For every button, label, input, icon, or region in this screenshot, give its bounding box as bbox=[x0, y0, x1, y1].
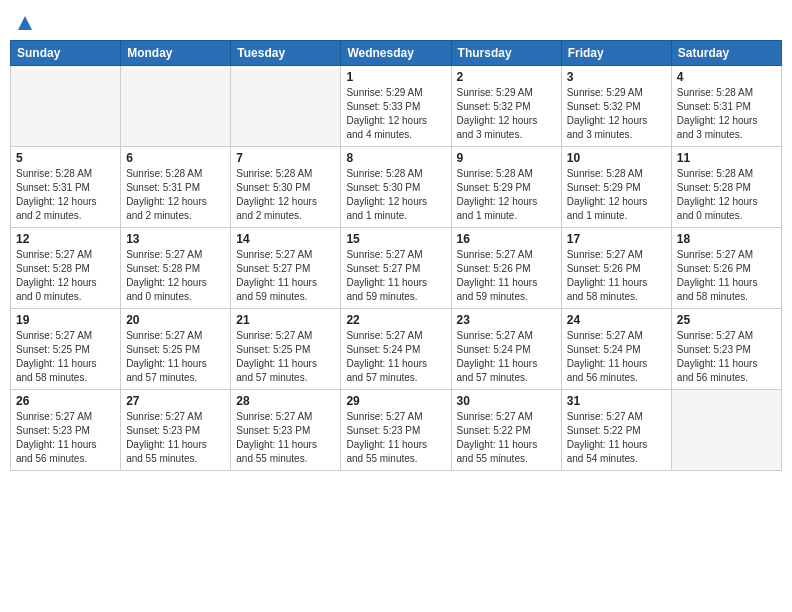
calendar-day-cell: 31Sunrise: 5:27 AM Sunset: 5:22 PM Dayli… bbox=[561, 390, 671, 471]
day-info: Sunrise: 5:27 AM Sunset: 5:23 PM Dayligh… bbox=[126, 410, 225, 466]
calendar-day-cell: 29Sunrise: 5:27 AM Sunset: 5:23 PM Dayli… bbox=[341, 390, 451, 471]
day-info: Sunrise: 5:27 AM Sunset: 5:22 PM Dayligh… bbox=[457, 410, 556, 466]
calendar-header-wednesday: Wednesday bbox=[341, 41, 451, 66]
calendar-day-cell: 15Sunrise: 5:27 AM Sunset: 5:27 PM Dayli… bbox=[341, 228, 451, 309]
calendar-header-saturday: Saturday bbox=[671, 41, 781, 66]
day-number: 30 bbox=[457, 394, 556, 408]
day-number: 9 bbox=[457, 151, 556, 165]
day-number: 6 bbox=[126, 151, 225, 165]
day-number: 14 bbox=[236, 232, 335, 246]
calendar-day-cell: 12Sunrise: 5:27 AM Sunset: 5:28 PM Dayli… bbox=[11, 228, 121, 309]
day-info: Sunrise: 5:28 AM Sunset: 5:29 PM Dayligh… bbox=[457, 167, 556, 223]
day-number: 12 bbox=[16, 232, 115, 246]
day-info: Sunrise: 5:28 AM Sunset: 5:30 PM Dayligh… bbox=[236, 167, 335, 223]
day-number: 18 bbox=[677, 232, 776, 246]
day-info: Sunrise: 5:27 AM Sunset: 5:24 PM Dayligh… bbox=[346, 329, 445, 385]
day-number: 10 bbox=[567, 151, 666, 165]
calendar-day-cell bbox=[11, 66, 121, 147]
day-info: Sunrise: 5:27 AM Sunset: 5:27 PM Dayligh… bbox=[236, 248, 335, 304]
svg-marker-0 bbox=[18, 16, 32, 30]
day-info: Sunrise: 5:27 AM Sunset: 5:26 PM Dayligh… bbox=[567, 248, 666, 304]
day-info: Sunrise: 5:29 AM Sunset: 5:33 PM Dayligh… bbox=[346, 86, 445, 142]
calendar-day-cell: 26Sunrise: 5:27 AM Sunset: 5:23 PM Dayli… bbox=[11, 390, 121, 471]
day-info: Sunrise: 5:28 AM Sunset: 5:28 PM Dayligh… bbox=[677, 167, 776, 223]
day-info: Sunrise: 5:28 AM Sunset: 5:31 PM Dayligh… bbox=[126, 167, 225, 223]
day-number: 3 bbox=[567, 70, 666, 84]
calendar-day-cell: 2Sunrise: 5:29 AM Sunset: 5:32 PM Daylig… bbox=[451, 66, 561, 147]
calendar-day-cell: 13Sunrise: 5:27 AM Sunset: 5:28 PM Dayli… bbox=[121, 228, 231, 309]
calendar-day-cell: 8Sunrise: 5:28 AM Sunset: 5:30 PM Daylig… bbox=[341, 147, 451, 228]
calendar-day-cell: 5Sunrise: 5:28 AM Sunset: 5:31 PM Daylig… bbox=[11, 147, 121, 228]
calendar-day-cell: 17Sunrise: 5:27 AM Sunset: 5:26 PM Dayli… bbox=[561, 228, 671, 309]
calendar-header-row: SundayMondayTuesdayWednesdayThursdayFrid… bbox=[11, 41, 782, 66]
day-info: Sunrise: 5:27 AM Sunset: 5:28 PM Dayligh… bbox=[16, 248, 115, 304]
day-number: 31 bbox=[567, 394, 666, 408]
calendar-day-cell: 9Sunrise: 5:28 AM Sunset: 5:29 PM Daylig… bbox=[451, 147, 561, 228]
calendar-header-sunday: Sunday bbox=[11, 41, 121, 66]
day-number: 11 bbox=[677, 151, 776, 165]
calendar-day-cell: 24Sunrise: 5:27 AM Sunset: 5:24 PM Dayli… bbox=[561, 309, 671, 390]
day-number: 21 bbox=[236, 313, 335, 327]
calendar-week-row: 26Sunrise: 5:27 AM Sunset: 5:23 PM Dayli… bbox=[11, 390, 782, 471]
day-number: 20 bbox=[126, 313, 225, 327]
day-number: 8 bbox=[346, 151, 445, 165]
calendar-week-row: 1Sunrise: 5:29 AM Sunset: 5:33 PM Daylig… bbox=[11, 66, 782, 147]
day-info: Sunrise: 5:29 AM Sunset: 5:32 PM Dayligh… bbox=[567, 86, 666, 142]
calendar-day-cell: 30Sunrise: 5:27 AM Sunset: 5:22 PM Dayli… bbox=[451, 390, 561, 471]
calendar-day-cell: 18Sunrise: 5:27 AM Sunset: 5:26 PM Dayli… bbox=[671, 228, 781, 309]
day-number: 26 bbox=[16, 394, 115, 408]
calendar-day-cell bbox=[121, 66, 231, 147]
day-number: 16 bbox=[457, 232, 556, 246]
day-number: 23 bbox=[457, 313, 556, 327]
calendar-day-cell bbox=[231, 66, 341, 147]
day-info: Sunrise: 5:27 AM Sunset: 5:23 PM Dayligh… bbox=[346, 410, 445, 466]
calendar-week-row: 12Sunrise: 5:27 AM Sunset: 5:28 PM Dayli… bbox=[11, 228, 782, 309]
calendar-day-cell: 10Sunrise: 5:28 AM Sunset: 5:29 PM Dayli… bbox=[561, 147, 671, 228]
day-info: Sunrise: 5:27 AM Sunset: 5:24 PM Dayligh… bbox=[567, 329, 666, 385]
day-number: 5 bbox=[16, 151, 115, 165]
day-number: 17 bbox=[567, 232, 666, 246]
calendar-day-cell bbox=[671, 390, 781, 471]
calendar-week-row: 19Sunrise: 5:27 AM Sunset: 5:25 PM Dayli… bbox=[11, 309, 782, 390]
day-number: 19 bbox=[16, 313, 115, 327]
day-info: Sunrise: 5:27 AM Sunset: 5:27 PM Dayligh… bbox=[346, 248, 445, 304]
calendar-day-cell: 4Sunrise: 5:28 AM Sunset: 5:31 PM Daylig… bbox=[671, 66, 781, 147]
calendar-day-cell: 20Sunrise: 5:27 AM Sunset: 5:25 PM Dayli… bbox=[121, 309, 231, 390]
day-number: 4 bbox=[677, 70, 776, 84]
calendar-header-thursday: Thursday bbox=[451, 41, 561, 66]
calendar-table: SundayMondayTuesdayWednesdayThursdayFrid… bbox=[10, 40, 782, 471]
day-info: Sunrise: 5:27 AM Sunset: 5:25 PM Dayligh… bbox=[16, 329, 115, 385]
day-number: 2 bbox=[457, 70, 556, 84]
day-info: Sunrise: 5:27 AM Sunset: 5:25 PM Dayligh… bbox=[236, 329, 335, 385]
calendar-day-cell: 27Sunrise: 5:27 AM Sunset: 5:23 PM Dayli… bbox=[121, 390, 231, 471]
day-info: Sunrise: 5:28 AM Sunset: 5:31 PM Dayligh… bbox=[677, 86, 776, 142]
logo bbox=[14, 14, 38, 32]
day-number: 24 bbox=[567, 313, 666, 327]
calendar-header-monday: Monday bbox=[121, 41, 231, 66]
day-info: Sunrise: 5:27 AM Sunset: 5:23 PM Dayligh… bbox=[677, 329, 776, 385]
day-number: 7 bbox=[236, 151, 335, 165]
calendar-day-cell: 21Sunrise: 5:27 AM Sunset: 5:25 PM Dayli… bbox=[231, 309, 341, 390]
calendar-day-cell: 3Sunrise: 5:29 AM Sunset: 5:32 PM Daylig… bbox=[561, 66, 671, 147]
day-number: 15 bbox=[346, 232, 445, 246]
day-info: Sunrise: 5:27 AM Sunset: 5:26 PM Dayligh… bbox=[677, 248, 776, 304]
day-info: Sunrise: 5:28 AM Sunset: 5:31 PM Dayligh… bbox=[16, 167, 115, 223]
calendar-week-row: 5Sunrise: 5:28 AM Sunset: 5:31 PM Daylig… bbox=[11, 147, 782, 228]
calendar-day-cell: 25Sunrise: 5:27 AM Sunset: 5:23 PM Dayli… bbox=[671, 309, 781, 390]
day-info: Sunrise: 5:27 AM Sunset: 5:23 PM Dayligh… bbox=[236, 410, 335, 466]
day-number: 27 bbox=[126, 394, 225, 408]
day-info: Sunrise: 5:28 AM Sunset: 5:29 PM Dayligh… bbox=[567, 167, 666, 223]
logo-icon bbox=[16, 14, 34, 32]
calendar-header-tuesday: Tuesday bbox=[231, 41, 341, 66]
calendar-day-cell: 19Sunrise: 5:27 AM Sunset: 5:25 PM Dayli… bbox=[11, 309, 121, 390]
day-info: Sunrise: 5:27 AM Sunset: 5:22 PM Dayligh… bbox=[567, 410, 666, 466]
day-info: Sunrise: 5:27 AM Sunset: 5:25 PM Dayligh… bbox=[126, 329, 225, 385]
header bbox=[10, 10, 782, 32]
day-number: 25 bbox=[677, 313, 776, 327]
day-info: Sunrise: 5:27 AM Sunset: 5:28 PM Dayligh… bbox=[126, 248, 225, 304]
day-number: 1 bbox=[346, 70, 445, 84]
day-number: 22 bbox=[346, 313, 445, 327]
day-number: 29 bbox=[346, 394, 445, 408]
calendar-day-cell: 23Sunrise: 5:27 AM Sunset: 5:24 PM Dayli… bbox=[451, 309, 561, 390]
calendar-day-cell: 14Sunrise: 5:27 AM Sunset: 5:27 PM Dayli… bbox=[231, 228, 341, 309]
